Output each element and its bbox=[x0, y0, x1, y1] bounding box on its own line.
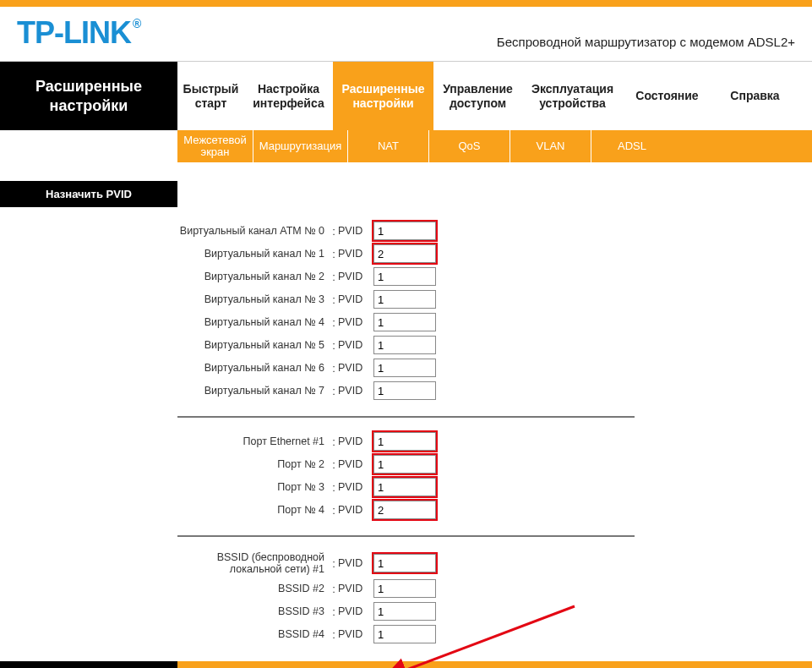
pvid-label: PVID bbox=[338, 583, 373, 594]
row-label: Виртуальный канал № 7 bbox=[177, 385, 330, 397]
pvid-input[interactable] bbox=[373, 432, 436, 451]
row-label: Виртуальный канал ATM № 0 bbox=[177, 225, 330, 237]
footer-right: Сохранить Отмена bbox=[177, 661, 812, 668]
pvid-input[interactable] bbox=[373, 455, 436, 474]
table-row: Виртуальный канал № 5 : PVID bbox=[177, 334, 812, 356]
pvid-input[interactable] bbox=[373, 267, 436, 286]
pvid-label: PVID bbox=[338, 248, 373, 260]
brand-logo: TP-LINK ® bbox=[17, 15, 139, 51]
table-row: BSSID #2 : PVID bbox=[177, 578, 812, 600]
header: TP-LINK ® Беспроводной маршрутизатор с м… bbox=[0, 7, 812, 62]
pvid-label: PVID bbox=[338, 557, 373, 569]
pvid-input[interactable] bbox=[373, 381, 436, 400]
group-bssid: BSSID (беспроводной локальной сети) #1 :… bbox=[177, 545, 812, 654]
subtab-adsl[interactable]: ADSL bbox=[591, 130, 673, 162]
row-label: BSSID (беспроводной локальной сети) #1 bbox=[177, 551, 330, 576]
pvid-label: PVID bbox=[338, 435, 373, 447]
table-row: Виртуальный канал № 7 : PVID bbox=[177, 380, 812, 402]
pvid-input[interactable] bbox=[373, 602, 436, 621]
row-label: BSSID #4 bbox=[177, 628, 330, 640]
registered-mark: ® bbox=[133, 17, 140, 30]
group-atm: Виртуальный канал ATM № 0 : PVID Виртуал… bbox=[177, 216, 812, 411]
footer-left bbox=[0, 661, 177, 668]
row-label: Виртуальный канал № 5 bbox=[177, 339, 330, 351]
pvid-label: PVID bbox=[338, 339, 373, 351]
pvid-label: PVID bbox=[338, 316, 373, 328]
tab-access-management[interactable]: Управление доступом bbox=[434, 62, 522, 130]
row-label: Порт № 3 bbox=[177, 481, 330, 493]
pvid-input[interactable] bbox=[373, 244, 436, 263]
content: Порт Ethernet #1 : PVID Порт № 2 : PVID … bbox=[0, 418, 812, 530]
content: BSSID (беспроводной локальной сети) #1 :… bbox=[0, 537, 812, 654]
tab-help[interactable]: Справка bbox=[711, 62, 799, 130]
row-label: BSSID #3 bbox=[177, 605, 330, 617]
table-row: Виртуальный канал № 1 : PVID bbox=[177, 243, 812, 265]
footer: Сохранить Отмена bbox=[0, 661, 812, 668]
table-row: Виртуальный канал № 4 : PVID bbox=[177, 311, 812, 333]
tab-quick-start[interactable]: Быстрый старт bbox=[177, 62, 245, 130]
content: Виртуальный канал ATM № 0 : PVID Виртуал… bbox=[0, 207, 812, 411]
section-header-row: Назначить PVID bbox=[0, 181, 812, 207]
subtab-firewall[interactable]: Межсетевой экран bbox=[177, 130, 253, 162]
side-section-title: Расширенные настройки bbox=[0, 62, 177, 130]
row-label: Порт № 2 bbox=[177, 458, 330, 470]
table-row: Порт № 4 : PVID bbox=[177, 499, 812, 521]
main-tabs: Быстрый старт Настройка интерфейса Расши… bbox=[177, 62, 812, 130]
table-row: BSSID #4 : PVID bbox=[177, 623, 812, 645]
table-row: BSSID #3 : PVID bbox=[177, 600, 812, 622]
table-row: Виртуальный канал № 3 : PVID bbox=[177, 288, 812, 310]
row-label: Виртуальный канал № 1 bbox=[177, 248, 330, 260]
pvid-label: PVID bbox=[338, 628, 373, 640]
table-row: BSSID (беспроводной локальной сети) #1 :… bbox=[177, 550, 812, 577]
top-accent-bar bbox=[0, 0, 812, 7]
pvid-input[interactable] bbox=[373, 290, 436, 309]
pvid-label: PVID bbox=[338, 481, 373, 493]
tab-maintenance[interactable]: Эксплуатация устройства bbox=[522, 62, 624, 130]
pvid-label: PVID bbox=[338, 271, 373, 282]
row-label: Виртуальный канал № 6 bbox=[177, 362, 330, 374]
subtab-nat[interactable]: NAT bbox=[348, 130, 429, 162]
table-row: Порт Ethernet #1 : PVID bbox=[177, 430, 812, 452]
tagline: Беспроводной маршрутизатор с модемом ADS… bbox=[497, 18, 795, 49]
pvid-label: PVID bbox=[338, 385, 373, 397]
tab-interface-setup[interactable]: Настройка интерфейса bbox=[245, 62, 333, 130]
subtab-qos[interactable]: QoS bbox=[429, 130, 510, 162]
group-ethernet: Порт Ethernet #1 : PVID Порт № 2 : PVID … bbox=[177, 426, 812, 530]
table-row: Виртуальный канал ATM № 0 : PVID bbox=[177, 220, 812, 242]
row-label: Виртуальный канал № 2 bbox=[177, 271, 330, 282]
pvid-input[interactable] bbox=[373, 625, 436, 643]
gap bbox=[0, 162, 812, 181]
row-label: Порт Ethernet #1 bbox=[177, 435, 330, 447]
pvid-label: PVID bbox=[338, 504, 373, 516]
pvid-input[interactable] bbox=[373, 478, 436, 496]
pvid-label: PVID bbox=[338, 605, 373, 617]
table-row: Виртуальный канал № 2 : PVID bbox=[177, 266, 812, 287]
table-row: Виртуальный канал № 6 : PVID bbox=[177, 357, 812, 379]
brand-text: TP-LINK bbox=[17, 15, 131, 51]
pvid-input[interactable] bbox=[373, 222, 436, 240]
subtab-routing[interactable]: Маршрутизация bbox=[253, 130, 348, 162]
tab-advanced-setup[interactable]: Расширенные настройки bbox=[333, 62, 434, 130]
tab-status[interactable]: Состояние bbox=[624, 62, 711, 130]
pvid-input[interactable] bbox=[373, 579, 436, 598]
pvid-input[interactable] bbox=[373, 501, 436, 519]
row-label: BSSID #2 bbox=[177, 583, 330, 594]
pvid-label: PVID bbox=[338, 362, 373, 374]
pvid-input[interactable] bbox=[373, 336, 436, 354]
table-row: Порт № 3 : PVID bbox=[177, 476, 812, 498]
pvid-label: PVID bbox=[338, 458, 373, 470]
sub-tabs: Межсетевой экран Маршрутизация NAT QoS V… bbox=[177, 130, 812, 162]
table-row: Порт № 2 : PVID bbox=[177, 453, 812, 475]
pvid-label: PVID bbox=[338, 293, 373, 305]
pvid-input[interactable] bbox=[373, 359, 436, 377]
pvid-input[interactable] bbox=[373, 313, 436, 331]
row-label: Порт № 4 bbox=[177, 504, 330, 516]
subtab-vlan[interactable]: VLAN bbox=[510, 130, 591, 162]
nav-row: Расширенные настройки Быстрый старт Наст… bbox=[0, 62, 812, 130]
row-label: Виртуальный канал № 4 bbox=[177, 316, 330, 328]
form-area: Виртуальный канал ATM № 0 : PVID Виртуал… bbox=[177, 207, 812, 411]
section-title: Назначить PVID bbox=[0, 181, 177, 207]
pvid-label: PVID bbox=[338, 225, 373, 237]
pvid-input[interactable] bbox=[373, 554, 436, 572]
row-label: Виртуальный канал № 3 bbox=[177, 293, 330, 305]
